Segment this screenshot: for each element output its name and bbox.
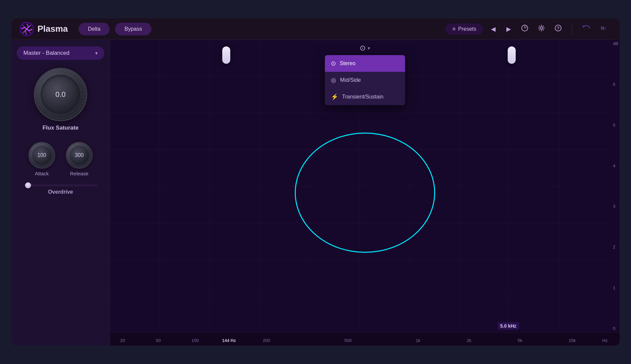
app-name: Plasma <box>37 24 68 34</box>
freq-20: 20 <box>120 338 125 343</box>
eq-slider-144hz[interactable] <box>222 46 230 330</box>
freq-labels-bar: 20 50 100 144 Hz 200 500 1k 2k 5k 10k Hz <box>110 332 620 346</box>
freq-500: 500 <box>345 338 352 343</box>
preset-arrow: ▾ <box>95 50 98 56</box>
db-labels: dB 6 5 4 3 2 1 0 <box>613 40 618 332</box>
svg-point-3 <box>540 27 543 29</box>
channel-option-midside[interactable]: ◎ Mid/Side <box>325 72 405 88</box>
freq-hz: Hz <box>602 338 608 343</box>
db-0: 0 <box>613 326 618 331</box>
stereo-icon: ⊙ <box>331 60 336 67</box>
left-panel: Master - Balanced ▾ 0.0 Flux Saturate <box>11 40 110 346</box>
help-button[interactable]: ? <box>552 22 564 36</box>
native-instruments-button[interactable]: N I <box>598 22 612 36</box>
next-preset-button[interactable]: ▶ <box>504 24 514 34</box>
midside-label: Mid/Side <box>340 77 361 83</box>
tuner-icon <box>521 24 528 32</box>
grid-h-0 <box>110 40 609 40</box>
presets-icon: ≡ <box>452 26 455 32</box>
midside-icon: ◎ <box>331 76 336 84</box>
undo-button[interactable] <box>580 22 593 36</box>
db-1: 1 <box>613 285 618 290</box>
release-knob-group: 300 Release <box>66 142 93 176</box>
flux-saturate-knob[interactable]: 0.0 <box>34 68 87 121</box>
release-knob-inner: 300 <box>70 146 89 165</box>
transient-icon: ⚡ <box>331 93 338 101</box>
freq-50: 50 <box>156 338 160 343</box>
presets-label: Presets <box>458 26 476 32</box>
channel-mode-chevron: ▾ <box>368 45 370 51</box>
undo-icon <box>582 24 591 32</box>
tuner-button[interactable] <box>519 22 530 36</box>
overdrive-area: Overdrive <box>17 184 104 195</box>
db-3: 3 <box>613 204 618 209</box>
release-knob[interactable]: 300 <box>66 142 93 169</box>
channel-mode-dropdown: ⊙ Stereo ◎ Mid/Side ⚡ Transient/Sustain <box>325 55 405 105</box>
bypass-button[interactable]: Bypass <box>115 23 151 35</box>
logo-area: Plasma <box>19 22 68 36</box>
small-knobs-row: 100 Attack 300 Release <box>28 142 93 176</box>
overdrive-slider-thumb[interactable] <box>25 182 31 188</box>
flux-saturate-knob-container: 0.0 Flux Saturate <box>34 68 87 131</box>
db-header: dB <box>613 41 618 46</box>
stereo-label: Stereo <box>340 60 356 66</box>
eq-slider-5khz[interactable] <box>508 46 516 330</box>
freq-200: 200 <box>263 338 270 343</box>
svg-text:?: ? <box>557 26 559 31</box>
preset-name: Master - Balanced <box>23 50 70 56</box>
freq-10k: 10k <box>569 338 576 343</box>
freq-100: 100 <box>192 338 199 343</box>
grid-v-6 <box>459 40 460 332</box>
db-2: 2 <box>613 244 618 249</box>
attack-knob[interactable]: 100 <box>28 142 55 169</box>
grid-h-5 <box>110 223 609 223</box>
eq-slider-5khz-thumb[interactable] <box>508 46 516 64</box>
grid-v-3 <box>309 40 310 332</box>
plasma-logo-icon <box>19 22 34 36</box>
eq-slider-144hz-thumb[interactable] <box>222 46 230 64</box>
eq-area: dB 6 5 4 3 2 1 0 ⊙ ▾ <box>110 40 620 346</box>
grid-v-8 <box>559 40 559 332</box>
svg-text:N: N <box>601 25 604 31</box>
grid-v-1 <box>210 40 210 332</box>
overdrive-slider-track[interactable] <box>24 184 97 186</box>
header: Plasma Delta Bypass ≡ Presets ◀ ▶ ? <box>11 18 620 40</box>
channel-mode-area: ⊙ ▾ ⊙ Stereo ◎ Mid/Side ⚡ Transient/Sust… <box>325 44 405 105</box>
transient-label: Transient/Sustain <box>342 94 384 100</box>
circle-highlight <box>295 133 435 253</box>
app-container: Plasma Delta Bypass ≡ Presets ◀ ▶ ? <box>11 18 620 346</box>
delta-button[interactable]: Delta <box>79 23 110 35</box>
grid-v-0 <box>160 40 160 332</box>
grid-h-2 <box>110 113 609 113</box>
main-content: Master - Balanced ▾ 0.0 Flux Saturate <box>11 40 620 346</box>
grid-v-5 <box>409 40 410 332</box>
grid-h-3 <box>110 150 609 150</box>
settings-icon <box>538 24 545 32</box>
db-6: 6 <box>613 82 618 87</box>
attack-knob-group: 100 Attack <box>28 142 55 176</box>
prev-preset-button[interactable]: ◀ <box>488 24 498 34</box>
grid-h-4 <box>110 186 609 186</box>
active-freq-label: 5.0 kHz <box>498 322 519 330</box>
header-divider <box>572 24 572 34</box>
attack-knob-inner: 100 <box>32 146 51 165</box>
preset-dropdown[interactable]: Master - Balanced ▾ <box>17 46 104 60</box>
grid-v-2 <box>260 40 260 332</box>
settings-button[interactable] <box>536 22 547 36</box>
channel-mode-icon: ⊙ <box>360 44 366 52</box>
help-icon: ? <box>554 24 562 32</box>
release-label: Release <box>70 171 88 176</box>
grid-h-7 <box>110 296 609 296</box>
db-4: 4 <box>613 163 618 168</box>
freq-5k: 5k <box>518 338 522 343</box>
freq-1k: 1k <box>416 338 420 343</box>
channel-option-transient[interactable]: ⚡ Transient/Sustain <box>325 88 405 105</box>
channel-mode-trigger[interactable]: ⊙ ▾ <box>360 44 370 52</box>
svg-text:I: I <box>605 27 606 30</box>
flux-saturate-value: 0.0 <box>55 90 66 99</box>
freq-2k: 2k <box>467 338 472 343</box>
flux-saturate-label: Flux Saturate <box>42 125 79 131</box>
channel-option-stereo[interactable]: ⊙ Stereo <box>325 55 405 72</box>
db-5: 5 <box>613 123 618 128</box>
presets-selector[interactable]: ≡ Presets <box>446 23 483 35</box>
